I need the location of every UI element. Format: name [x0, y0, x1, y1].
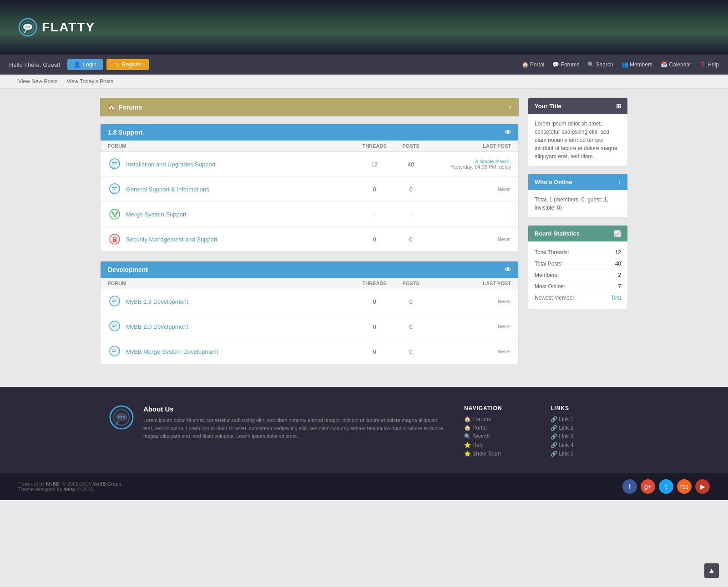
- newest-member-link[interactable]: Test: [611, 294, 621, 302]
- forum-name-mybb18[interactable]: MyBB 1.8 Development: [126, 298, 188, 305]
- forum-lastpost-mybb18: Never: [429, 299, 511, 304]
- footer-nav-forums[interactable]: 🏠 Forums: [464, 416, 532, 422]
- social-youtube[interactable]: ▶: [695, 479, 710, 494]
- forum-name-mybbmerge[interactable]: MyBB Merge System Development: [126, 348, 218, 355]
- login-label: Login: [83, 61, 96, 68]
- forum-row: Merge System Support - - -: [101, 202, 518, 227]
- forum-row: MyBB 2.0 Development 0 0 Never: [101, 314, 518, 339]
- forum-posts-merge: -: [393, 211, 429, 218]
- svg-point-4: [27, 26, 29, 28]
- svg-rect-24: [112, 326, 116, 327]
- footer-links-title: LINKS: [551, 405, 619, 411]
- forum-lastpost-install: A simple thread. Yesterday, 04:36 PM; de…: [429, 159, 511, 170]
- breadcrumb-new-posts[interactable]: View New Posts: [18, 78, 57, 85]
- footer-link-4[interactable]: 🔗 Link 4: [551, 442, 619, 448]
- forum-lastpost-security: Never: [429, 236, 511, 242]
- forum-threads-security: 0: [356, 236, 393, 243]
- widget-whos-online-header: Who's Online ↑: [528, 174, 627, 190]
- section-support-toggle[interactable]: 👁: [505, 129, 511, 136]
- footer-nav-showteam[interactable]: ⭐ Show Team: [464, 451, 532, 457]
- logo-area: FLATTY: [18, 18, 95, 37]
- footer-link-2[interactable]: 🔗 Link 2: [551, 425, 619, 431]
- social-twitter[interactable]: t: [659, 479, 673, 494]
- sidebar: Your Title ⊞ Lorem ipsum dolor sit amet,…: [528, 98, 628, 373]
- forum-threads-mybbmerge: 0: [356, 348, 393, 355]
- footer-nav-search[interactable]: 🔍 Search: [464, 433, 532, 440]
- svg-point-13: [111, 211, 113, 213]
- development-table-header: Forum Threads Posts Last Post: [101, 278, 518, 289]
- footer-nav-portal[interactable]: 🏠 Portal: [464, 425, 532, 431]
- forum-row: MyBB 1.8 Development 0 0 Never: [101, 289, 518, 314]
- svg-point-33: [123, 416, 125, 418]
- home-icon: 🏠: [107, 104, 115, 111]
- mybb-link[interactable]: MyBB: [46, 481, 59, 487]
- dev-col-forum: Forum: [108, 281, 356, 286]
- forum-posts-mybb20: 0: [393, 323, 429, 330]
- widget-your-title-label: Your Title: [535, 103, 561, 110]
- forum-threads-merge: -: [356, 211, 393, 218]
- nav-forums[interactable]: 💬 Forums: [552, 61, 579, 68]
- forum-posts-mybb18: 0: [393, 298, 429, 305]
- forum-row: Security Management and Support 0 0 Neve…: [101, 227, 518, 251]
- svg-rect-20: [112, 300, 117, 301]
- widget-whos-online-body: Total: 1 (members: 0, guest: 1, invisibl…: [528, 190, 627, 217]
- board-stats-label: Board Statistics: [535, 230, 580, 237]
- navbar: Hello There, Guest! 👤 Login ✏️ Register …: [0, 55, 728, 75]
- forum-name-security[interactable]: Security Management and Support: [126, 236, 217, 243]
- support-table-header: Forum Threads Posts Last Post: [101, 140, 518, 152]
- nav-search[interactable]: 🔍 Search: [587, 61, 613, 68]
- nav-portal[interactable]: 🏠 Portal: [522, 61, 545, 68]
- register-icon: ✏️: [113, 61, 120, 68]
- forum-lastpost-general: Never: [429, 186, 511, 192]
- footer-about-text: About Us Lorem ipsum dolor sit amet, con…: [143, 405, 446, 459]
- whos-online-text: Total: 1 (members: 0, guest: 1, invisibl…: [535, 196, 608, 211]
- social-rss[interactable]: rss: [677, 479, 692, 494]
- login-button[interactable]: 👤 Login: [67, 59, 102, 70]
- forum-name-merge[interactable]: Merge System Support: [126, 211, 187, 218]
- forum-name-mybb20[interactable]: MyBB 2.0 Development: [126, 323, 188, 330]
- chart-icon: 📈: [614, 230, 621, 237]
- svg-rect-10: [112, 187, 117, 188]
- forum-posts-mybbmerge: 0: [393, 348, 429, 355]
- widget-your-title-header: Your Title ⊞: [528, 98, 627, 114]
- forum-icon-bubble: [108, 157, 121, 171]
- widget-board-stats: Board Statistics 📈 Total Threads: 12 Tot…: [528, 225, 628, 309]
- social-icons: f g+ t rss ▶: [622, 479, 710, 494]
- footer-nav-help[interactable]: ⭐ Help: [464, 442, 532, 448]
- breadcrumb-today-posts[interactable]: View Today's Posts: [66, 78, 113, 85]
- navbar-greeting: Hello There, Guest!: [9, 61, 60, 68]
- mybb-group-link[interactable]: MyBB Group: [92, 481, 121, 487]
- site-name: FLATTY: [42, 20, 95, 35]
- forum-row: MyBB Merge System Development 0 0 Never: [101, 339, 518, 364]
- footer-about-body: Lorem ipsum dolor sit amet, consetetur s…: [143, 416, 446, 441]
- svg-point-15: [114, 216, 116, 217]
- social-googleplus[interactable]: g+: [641, 479, 655, 494]
- hero-section: FLATTY: [0, 0, 728, 55]
- logo-icon: [18, 18, 37, 37]
- stat-members: Members: 2: [535, 270, 621, 281]
- forum-threads-mybb18: 0: [356, 298, 393, 305]
- forum-row: Installation and Upgrades Support 12 40 …: [101, 152, 518, 177]
- forum-name-general[interactable]: General Support & Informations: [126, 186, 209, 193]
- nav-help[interactable]: ❓ Help: [699, 61, 719, 68]
- whos-online-label: Who's Online: [535, 179, 572, 186]
- forum-name-install[interactable]: Installation and Upgrades Support: [126, 161, 216, 168]
- forum-lastpost-merge: -: [429, 211, 511, 217]
- nav-calendar[interactable]: 📅 Calendar: [661, 61, 691, 68]
- section-development: Development 👁 Forum Threads Posts Last P…: [100, 261, 519, 364]
- register-button[interactable]: ✏️ Register: [106, 59, 149, 70]
- delay-link[interactable]: delay: [64, 487, 76, 492]
- footer-link-1[interactable]: 🔗 Link 1: [551, 416, 619, 422]
- section-support-title: 1.8 Support: [108, 129, 143, 136]
- svg-point-18: [114, 241, 115, 241]
- section-development-toggle[interactable]: 👁: [505, 266, 511, 273]
- social-facebook[interactable]: f: [622, 479, 637, 494]
- footer-link-5[interactable]: 🔗 Link 5: [551, 451, 619, 457]
- breadcrumb-bar: View New Posts View Today's Posts: [0, 75, 728, 89]
- navbar-right: 🏠 Portal 💬 Forums 🔍 Search 👥 Members 📅 C…: [522, 61, 719, 68]
- section-development-title: Development: [108, 266, 148, 273]
- nav-members[interactable]: 👥 Members: [622, 61, 652, 68]
- lastpost-link-install[interactable]: A simple thread.: [475, 159, 511, 164]
- stat-newest-member: Newest Member: Test: [535, 292, 621, 303]
- footer-link-3[interactable]: 🔗 Link 3: [551, 433, 619, 440]
